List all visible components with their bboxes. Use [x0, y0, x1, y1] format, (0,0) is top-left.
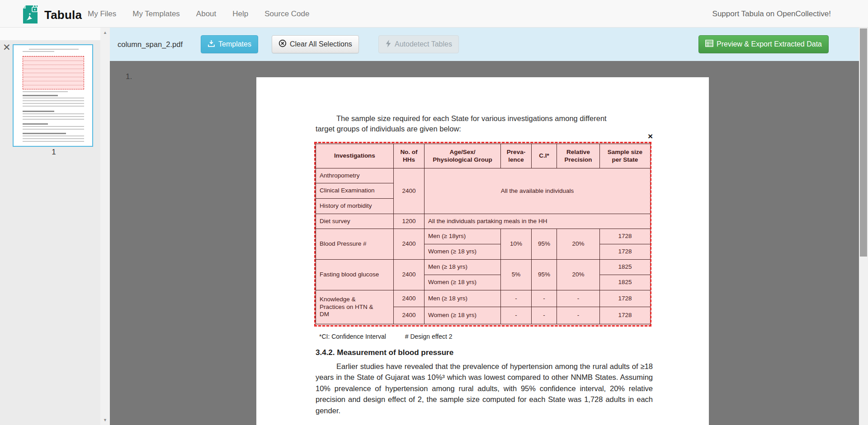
- clear-button-label: Clear All Selections: [290, 40, 352, 48]
- mini-paragraph: [23, 113, 84, 121]
- mini-paragraph: [23, 135, 84, 143]
- mini-selection-overlay: [23, 56, 84, 89]
- templates-button-label: Templates: [218, 40, 251, 48]
- nav-item-my-templates[interactable]: My Templates: [132, 9, 180, 19]
- selection-close-icon[interactable]: ×: [648, 132, 653, 140]
- nav-links: My Files My Templates About Help Source …: [88, 0, 309, 28]
- document-filename: column_span_2.pdf: [118, 28, 183, 61]
- scrollbar-thumb[interactable]: [860, 28, 867, 257]
- intro-line-2: target groups of individuals are given b…: [316, 124, 655, 134]
- lightning-icon: [385, 40, 392, 49]
- mini-heading-line: [23, 95, 58, 96]
- footnote-design-effect: # Design effect 2: [405, 333, 453, 340]
- spreadsheet-icon: [705, 40, 713, 49]
- mini-text-line: [29, 49, 79, 50]
- body-paragraph: Earlier studies have revealed that the p…: [316, 361, 653, 416]
- scroll-up-icon[interactable]: ▲: [100, 30, 110, 35]
- document-toolbar: column_span_2.pdf Templates Clear All Se…: [110, 28, 859, 61]
- sidebar-scrollbar[interactable]: ▲ ▼: [100, 28, 110, 425]
- window-scrollbar[interactable]: [859, 28, 868, 425]
- mini-heading-line: [23, 123, 48, 125]
- mini-paragraph: [23, 126, 84, 131]
- top-navbar: Tabula My Files My Templates About Help …: [0, 0, 868, 28]
- autodetect-tables-button[interactable]: Autodetect Tables: [378, 35, 459, 53]
- intro-text: The sample size required for each State …: [316, 113, 655, 134]
- footnote-ci: *CI: Confidence Interval: [319, 333, 386, 340]
- export-button-label: Preview & Export Extracted Data: [717, 40, 822, 48]
- nav-item-source-code[interactable]: Source Code: [264, 9, 309, 19]
- nav-item-about[interactable]: About: [196, 9, 216, 19]
- pdf-page[interactable]: The sample size required for each State …: [256, 77, 709, 425]
- page-number-label: 1.: [126, 72, 132, 81]
- nav-item-help[interactable]: Help: [232, 9, 248, 19]
- nav-item-my-files[interactable]: My Files: [88, 9, 116, 19]
- brand-name: Tabula: [44, 8, 82, 22]
- preview-export-button[interactable]: Preview & Export Extracted Data: [698, 35, 829, 53]
- mini-heading-line: [23, 111, 54, 112]
- table-selection-overlay[interactable]: ×: [314, 142, 651, 327]
- template-save-icon: [208, 40, 215, 49]
- intro-line-1: The sample size required for each State …: [316, 113, 655, 124]
- clear-circle-x-icon: [278, 39, 287, 49]
- section-heading: 3.4.2. Measurement of blood pressure: [316, 348, 453, 357]
- clear-all-selections-button[interactable]: Clear All Selections: [272, 35, 359, 53]
- sidebar-top-strip: [0, 28, 100, 40]
- mini-heading-line: [23, 133, 66, 134]
- mini-text-line: [23, 91, 68, 92]
- tabula-logo-icon: [21, 4, 40, 26]
- templates-button[interactable]: Templates: [201, 35, 258, 53]
- table-footnotes: *CI: Confidence Interval # Design effect…: [319, 333, 453, 340]
- remove-page-icon[interactable]: ✕: [3, 42, 11, 52]
- page-thumbnail[interactable]: [13, 44, 93, 147]
- thumbnail-page-number: 1: [13, 148, 95, 157]
- page-thumbnail-sidebar: ✕ 1 ▲ ▼: [0, 28, 110, 425]
- mini-text-line: [23, 51, 54, 52]
- support-link[interactable]: Support Tabula on OpenCollective!: [712, 0, 831, 28]
- autodetect-button-label: Autodetect Tables: [395, 40, 452, 48]
- brand[interactable]: Tabula: [21, 4, 82, 26]
- scroll-down-icon[interactable]: ▼: [100, 418, 110, 422]
- pdf-workspace: 1. The sample size required for each Sta…: [110, 61, 859, 425]
- mini-paragraph: [23, 98, 84, 108]
